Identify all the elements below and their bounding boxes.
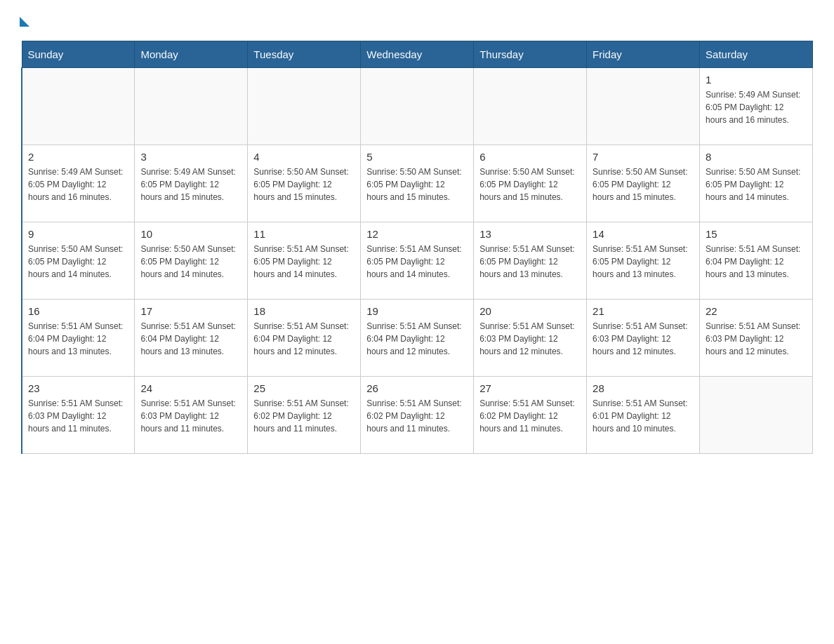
day-info: Sunrise: 5:50 AM Sunset: 6:05 PM Dayligh… bbox=[479, 166, 581, 203]
logo-arrow-icon bbox=[20, 17, 29, 27]
day-info: Sunrise: 5:50 AM Sunset: 6:05 PM Dayligh… bbox=[140, 243, 241, 281]
day-header-thursday: Thursday bbox=[474, 41, 587, 68]
day-info: Sunrise: 5:50 AM Sunset: 6:05 PM Dayligh… bbox=[593, 166, 694, 203]
calendar-cell: 7Sunrise: 5:50 AM Sunset: 6:05 PM Daylig… bbox=[587, 145, 700, 222]
day-info: Sunrise: 5:51 AM Sunset: 6:02 PM Dayligh… bbox=[253, 397, 355, 435]
day-info: Sunrise: 5:51 AM Sunset: 6:03 PM Dayligh… bbox=[706, 320, 807, 358]
calendar-cell: 27Sunrise: 5:51 AM Sunset: 6:02 PM Dayli… bbox=[474, 377, 587, 454]
day-number: 28 bbox=[593, 382, 694, 394]
week-row-5: 23Sunrise: 5:51 AM Sunset: 6:03 PM Dayli… bbox=[22, 377, 813, 454]
day-number: 27 bbox=[479, 382, 581, 394]
day-number: 16 bbox=[28, 305, 128, 317]
day-number: 25 bbox=[253, 382, 355, 394]
calendar-cell: 3Sunrise: 5:49 AM Sunset: 6:05 PM Daylig… bbox=[135, 145, 248, 222]
day-info: Sunrise: 5:49 AM Sunset: 6:05 PM Dayligh… bbox=[706, 88, 807, 126]
day-number: 20 bbox=[479, 305, 581, 317]
day-number: 9 bbox=[28, 228, 128, 240]
day-number: 12 bbox=[366, 228, 468, 240]
day-info: Sunrise: 5:51 AM Sunset: 6:05 PM Dayligh… bbox=[593, 243, 694, 281]
calendar-cell: 13Sunrise: 5:51 AM Sunset: 6:05 PM Dayli… bbox=[474, 222, 587, 300]
day-header-monday: Monday bbox=[135, 41, 248, 68]
calendar-cell: 26Sunrise: 5:51 AM Sunset: 6:02 PM Dayli… bbox=[361, 377, 474, 454]
page-header bbox=[21, 14, 813, 27]
calendar-cell: 11Sunrise: 5:51 AM Sunset: 6:05 PM Dayli… bbox=[248, 222, 361, 300]
logo bbox=[21, 14, 29, 27]
day-number: 13 bbox=[479, 228, 581, 240]
day-header-tuesday: Tuesday bbox=[248, 41, 361, 68]
week-row-3: 9Sunrise: 5:50 AM Sunset: 6:05 PM Daylig… bbox=[22, 222, 813, 300]
day-number: 19 bbox=[366, 305, 468, 317]
day-number: 17 bbox=[140, 305, 241, 317]
calendar-cell: 25Sunrise: 5:51 AM Sunset: 6:02 PM Dayli… bbox=[248, 377, 361, 454]
day-number: 1 bbox=[706, 74, 807, 86]
day-number: 3 bbox=[140, 151, 241, 163]
day-info: Sunrise: 5:51 AM Sunset: 6:05 PM Dayligh… bbox=[253, 243, 355, 281]
day-number: 2 bbox=[28, 151, 128, 163]
calendar-cell: 20Sunrise: 5:51 AM Sunset: 6:03 PM Dayli… bbox=[474, 300, 587, 377]
day-info: Sunrise: 5:51 AM Sunset: 6:04 PM Dayligh… bbox=[28, 320, 128, 358]
calendar-cell bbox=[700, 377, 813, 454]
calendar-cell: 8Sunrise: 5:50 AM Sunset: 6:05 PM Daylig… bbox=[700, 145, 813, 222]
day-info: Sunrise: 5:49 AM Sunset: 6:05 PM Dayligh… bbox=[140, 166, 241, 203]
calendar-cell: 18Sunrise: 5:51 AM Sunset: 6:04 PM Dayli… bbox=[248, 300, 361, 377]
day-number: 6 bbox=[479, 151, 581, 163]
calendar-cell: 10Sunrise: 5:50 AM Sunset: 6:05 PM Dayli… bbox=[135, 222, 248, 300]
calendar-cell: 22Sunrise: 5:51 AM Sunset: 6:03 PM Dayli… bbox=[700, 300, 813, 377]
day-number: 10 bbox=[140, 228, 241, 240]
calendar-cell: 14Sunrise: 5:51 AM Sunset: 6:05 PM Dayli… bbox=[587, 222, 700, 300]
day-number: 21 bbox=[593, 305, 694, 317]
day-number: 11 bbox=[253, 228, 355, 240]
day-header-sunday: Sunday bbox=[22, 41, 135, 68]
day-info: Sunrise: 5:51 AM Sunset: 6:02 PM Dayligh… bbox=[479, 397, 581, 435]
calendar-cell bbox=[135, 68, 248, 145]
day-info: Sunrise: 5:51 AM Sunset: 6:04 PM Dayligh… bbox=[140, 320, 241, 358]
calendar-cell: 24Sunrise: 5:51 AM Sunset: 6:03 PM Dayli… bbox=[135, 377, 248, 454]
day-number: 22 bbox=[706, 305, 807, 317]
calendar-cell bbox=[587, 68, 700, 145]
calendar-cell: 12Sunrise: 5:51 AM Sunset: 6:05 PM Dayli… bbox=[361, 222, 474, 300]
day-header-saturday: Saturday bbox=[700, 41, 813, 68]
day-number: 4 bbox=[253, 151, 355, 163]
calendar-cell: 19Sunrise: 5:51 AM Sunset: 6:04 PM Dayli… bbox=[361, 300, 474, 377]
calendar-cell: 28Sunrise: 5:51 AM Sunset: 6:01 PM Dayli… bbox=[587, 377, 700, 454]
day-number: 26 bbox=[366, 382, 468, 394]
calendar-cell bbox=[474, 68, 587, 145]
calendar-cell: 5Sunrise: 5:50 AM Sunset: 6:05 PM Daylig… bbox=[361, 145, 474, 222]
calendar-cell bbox=[22, 68, 135, 145]
calendar-cell: 17Sunrise: 5:51 AM Sunset: 6:04 PM Dayli… bbox=[135, 300, 248, 377]
day-info: Sunrise: 5:51 AM Sunset: 6:04 PM Dayligh… bbox=[253, 320, 355, 358]
day-info: Sunrise: 5:51 AM Sunset: 6:04 PM Dayligh… bbox=[706, 243, 807, 281]
day-info: Sunrise: 5:51 AM Sunset: 6:05 PM Dayligh… bbox=[479, 243, 581, 281]
calendar-cell bbox=[248, 68, 361, 145]
day-number: 18 bbox=[253, 305, 355, 317]
day-info: Sunrise: 5:49 AM Sunset: 6:05 PM Dayligh… bbox=[28, 166, 128, 203]
calendar-cell: 23Sunrise: 5:51 AM Sunset: 6:03 PM Dayli… bbox=[22, 377, 135, 454]
day-number: 8 bbox=[706, 151, 807, 163]
calendar-cell: 16Sunrise: 5:51 AM Sunset: 6:04 PM Dayli… bbox=[22, 300, 135, 377]
day-info: Sunrise: 5:50 AM Sunset: 6:05 PM Dayligh… bbox=[366, 166, 468, 203]
week-row-2: 2Sunrise: 5:49 AM Sunset: 6:05 PM Daylig… bbox=[22, 145, 813, 222]
calendar-cell bbox=[361, 68, 474, 145]
calendar-cell: 15Sunrise: 5:51 AM Sunset: 6:04 PM Dayli… bbox=[700, 222, 813, 300]
day-info: Sunrise: 5:51 AM Sunset: 6:05 PM Dayligh… bbox=[366, 243, 468, 281]
day-info: Sunrise: 5:50 AM Sunset: 6:05 PM Dayligh… bbox=[28, 243, 128, 281]
day-header-wednesday: Wednesday bbox=[361, 41, 474, 68]
day-number: 7 bbox=[593, 151, 694, 163]
calendar-cell: 6Sunrise: 5:50 AM Sunset: 6:05 PM Daylig… bbox=[474, 145, 587, 222]
day-header-friday: Friday bbox=[587, 41, 700, 68]
day-info: Sunrise: 5:51 AM Sunset: 6:04 PM Dayligh… bbox=[366, 320, 468, 358]
calendar-cell: 9Sunrise: 5:50 AM Sunset: 6:05 PM Daylig… bbox=[22, 222, 135, 300]
day-info: Sunrise: 5:51 AM Sunset: 6:02 PM Dayligh… bbox=[366, 397, 468, 435]
week-row-4: 16Sunrise: 5:51 AM Sunset: 6:04 PM Dayli… bbox=[22, 300, 813, 377]
day-info: Sunrise: 5:51 AM Sunset: 6:03 PM Dayligh… bbox=[28, 397, 128, 435]
day-info: Sunrise: 5:51 AM Sunset: 6:03 PM Dayligh… bbox=[479, 320, 581, 358]
calendar-cell: 2Sunrise: 5:49 AM Sunset: 6:05 PM Daylig… bbox=[22, 145, 135, 222]
calendar-header-row: SundayMondayTuesdayWednesdayThursdayFrid… bbox=[22, 41, 813, 68]
day-number: 24 bbox=[140, 382, 241, 394]
calendar-table: SundayMondayTuesdayWednesdayThursdayFrid… bbox=[21, 41, 813, 454]
week-row-1: 1Sunrise: 5:49 AM Sunset: 6:05 PM Daylig… bbox=[22, 68, 813, 145]
calendar-cell: 4Sunrise: 5:50 AM Sunset: 6:05 PM Daylig… bbox=[248, 145, 361, 222]
calendar-cell: 1Sunrise: 5:49 AM Sunset: 6:05 PM Daylig… bbox=[700, 68, 813, 145]
day-info: Sunrise: 5:51 AM Sunset: 6:03 PM Dayligh… bbox=[593, 320, 694, 358]
day-number: 15 bbox=[706, 228, 807, 240]
